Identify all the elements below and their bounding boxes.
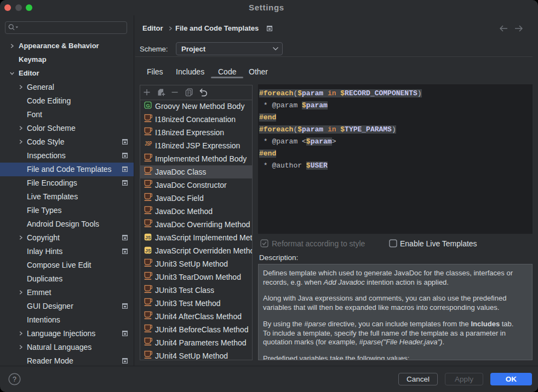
svg-text:JSP: JSP: [145, 141, 152, 147]
svg-text:?: ?: [13, 376, 16, 383]
svg-text:JS: JS: [145, 248, 151, 253]
svg-text:JS: JS: [145, 235, 151, 240]
svg-text:G: G: [146, 102, 150, 108]
